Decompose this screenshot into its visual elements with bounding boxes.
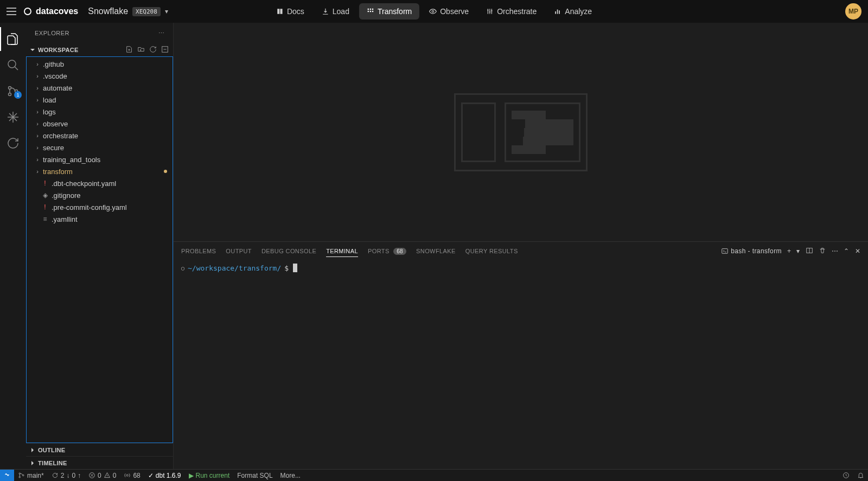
nav-transform[interactable]: Transform bbox=[359, 3, 419, 20]
split-terminal-icon[interactable] bbox=[806, 247, 813, 256]
close-panel-icon[interactable]: ✕ bbox=[855, 247, 860, 255]
activity-search[interactable] bbox=[0, 53, 26, 77]
activity-explorer[interactable] bbox=[0, 27, 26, 51]
prompt-marker-icon: ○ bbox=[181, 265, 184, 271]
folder-item[interactable]: ›load bbox=[27, 94, 173, 106]
terminal-shell-label[interactable]: bash - transform bbox=[721, 247, 782, 255]
folder-item[interactable]: ›automate bbox=[27, 82, 173, 94]
more-icon[interactable]: ⋯ bbox=[158, 30, 165, 37]
play-icon: ▶ bbox=[189, 472, 194, 479]
yaml-icon: ! bbox=[41, 179, 49, 187]
folder-item-transform[interactable]: ›transform bbox=[27, 165, 173, 177]
nav-analyze[interactable]: Analyze bbox=[546, 3, 599, 20]
activity-bar: 1 bbox=[0, 23, 26, 469]
terminal-path: ~/workspace/transform/ bbox=[188, 264, 281, 272]
chevron-right-icon bbox=[29, 460, 36, 466]
modified-dot-icon bbox=[164, 170, 167, 173]
branch-status[interactable]: main* bbox=[14, 470, 48, 481]
remote-indicator[interactable] bbox=[0, 470, 14, 481]
svg-rect-5 bbox=[372, 11, 373, 12]
panel-more-icon[interactable]: ⋯ bbox=[832, 247, 838, 255]
svg-rect-15 bbox=[722, 249, 728, 254]
history-icon[interactable] bbox=[839, 470, 853, 481]
svg-point-6 bbox=[432, 10, 434, 12]
refresh-icon[interactable] bbox=[148, 44, 158, 55]
file-item[interactable]: ◈.gitignore bbox=[27, 189, 173, 201]
top-nav: Docs Load Transform Observe Orchestrate … bbox=[269, 3, 599, 20]
editor-empty-state bbox=[174, 23, 868, 241]
svg-point-21 bbox=[126, 474, 128, 476]
avatar[interactable]: MP bbox=[845, 3, 861, 20]
scm-badge: 1 bbox=[14, 91, 22, 99]
nav-label: Orchestrate bbox=[497, 7, 537, 16]
nav-label: Docs bbox=[287, 7, 304, 16]
tab-ports[interactable]: PORTS 68 bbox=[368, 246, 406, 256]
sync-icon bbox=[52, 472, 59, 479]
outline-section-header[interactable]: OUTLINE bbox=[26, 443, 173, 456]
bell-icon[interactable] bbox=[853, 470, 868, 481]
top-bar: datacoves Snowflake XEQ208 ▾ Docs Load T… bbox=[0, 0, 868, 23]
problems-status[interactable]: 0 0 bbox=[85, 470, 120, 481]
sync-status[interactable]: 2↓ 0↑ bbox=[48, 470, 85, 481]
tab-problems[interactable]: PROBLEMS bbox=[181, 246, 216, 256]
nav-docs[interactable]: Docs bbox=[269, 3, 312, 20]
folder-item[interactable]: ›.vscode bbox=[27, 70, 173, 82]
new-file-icon[interactable] bbox=[124, 44, 134, 55]
folder-item[interactable]: ›logs bbox=[27, 106, 173, 118]
brand-logo[interactable]: datacoves bbox=[23, 7, 78, 16]
svg-point-10 bbox=[8, 60, 16, 68]
folder-item[interactable]: ›.github bbox=[27, 58, 173, 70]
nav-observe[interactable]: Observe bbox=[422, 3, 476, 20]
project-badge: XEQ208 bbox=[132, 7, 161, 16]
menu-icon[interactable] bbox=[7, 7, 16, 16]
branch-icon bbox=[18, 472, 25, 479]
svg-point-18 bbox=[19, 477, 20, 478]
tab-query-results[interactable]: QUERY RESULTS bbox=[465, 246, 518, 256]
terminal-dropdown-icon[interactable]: ▾ bbox=[796, 247, 800, 255]
panel-tabs: PROBLEMS OUTPUT DEBUG CONSOLE TERMINAL P… bbox=[174, 242, 868, 260]
nav-load[interactable]: Load bbox=[314, 3, 357, 20]
chevron-right-icon bbox=[29, 447, 36, 453]
status-bar: main* 2↓ 0↑ 0 0 68 ✓ dbt 1.6.9 ▶ Run cur… bbox=[0, 469, 868, 481]
nav-label: Transform bbox=[378, 7, 412, 16]
file-item[interactable]: !.dbt-checkpoint.yaml bbox=[27, 177, 173, 189]
svg-rect-4 bbox=[370, 11, 371, 12]
tab-snowflake[interactable]: SNOWFLAKE bbox=[416, 246, 456, 256]
remote-icon bbox=[3, 472, 11, 479]
folder-item[interactable]: ›secure bbox=[27, 142, 173, 153]
file-item[interactable]: ≡.yamllint bbox=[27, 213, 173, 225]
format-sql-button[interactable]: Format SQL bbox=[233, 470, 276, 481]
svg-rect-2 bbox=[372, 9, 373, 10]
svg-point-12 bbox=[9, 93, 11, 96]
kill-terminal-icon[interactable] bbox=[819, 247, 826, 256]
nav-orchestrate[interactable]: Orchestrate bbox=[478, 3, 544, 20]
activity-snowflake[interactable] bbox=[0, 105, 26, 129]
sidebar-title: EXPLORER bbox=[35, 30, 69, 36]
tab-output[interactable]: OUTPUT bbox=[226, 246, 252, 256]
ports-status[interactable]: 68 bbox=[120, 470, 144, 481]
activity-refresh[interactable] bbox=[0, 131, 26, 155]
new-folder-icon[interactable] bbox=[136, 44, 146, 55]
tab-terminal[interactable]: TERMINAL bbox=[326, 246, 358, 257]
svg-rect-7 bbox=[556, 11, 557, 14]
collapse-icon[interactable] bbox=[160, 44, 170, 55]
maximize-panel-icon[interactable]: ⌃ bbox=[844, 247, 849, 255]
new-terminal-icon[interactable]: + bbox=[787, 247, 791, 255]
chevron-down-icon[interactable]: ▾ bbox=[165, 8, 168, 15]
run-current-button[interactable]: ▶ Run current bbox=[185, 470, 234, 481]
tab-debug-console[interactable]: DEBUG CONSOLE bbox=[261, 246, 316, 256]
folder-item[interactable]: ›observe bbox=[27, 118, 173, 130]
timeline-section-header[interactable]: TIMELINE bbox=[26, 456, 173, 469]
activity-source-control[interactable]: 1 bbox=[0, 79, 26, 103]
dbt-status[interactable]: ✓ dbt 1.6.9 bbox=[144, 470, 185, 481]
more-status-button[interactable]: More... bbox=[277, 470, 304, 481]
svg-rect-0 bbox=[368, 9, 369, 10]
folder-item[interactable]: ›training_and_tools bbox=[27, 153, 173, 165]
terminal-icon bbox=[721, 247, 729, 255]
terminal-body[interactable]: ○ ~/workspace/transform/ $ bbox=[174, 260, 868, 469]
folder-item[interactable]: ›orchestrate bbox=[27, 130, 173, 142]
workspace-section-header[interactable]: WORKSPACE bbox=[26, 43, 173, 56]
svg-rect-1 bbox=[370, 9, 371, 10]
ports-badge: 68 bbox=[393, 248, 406, 255]
file-item[interactable]: !.pre-commit-config.yaml bbox=[27, 201, 173, 213]
